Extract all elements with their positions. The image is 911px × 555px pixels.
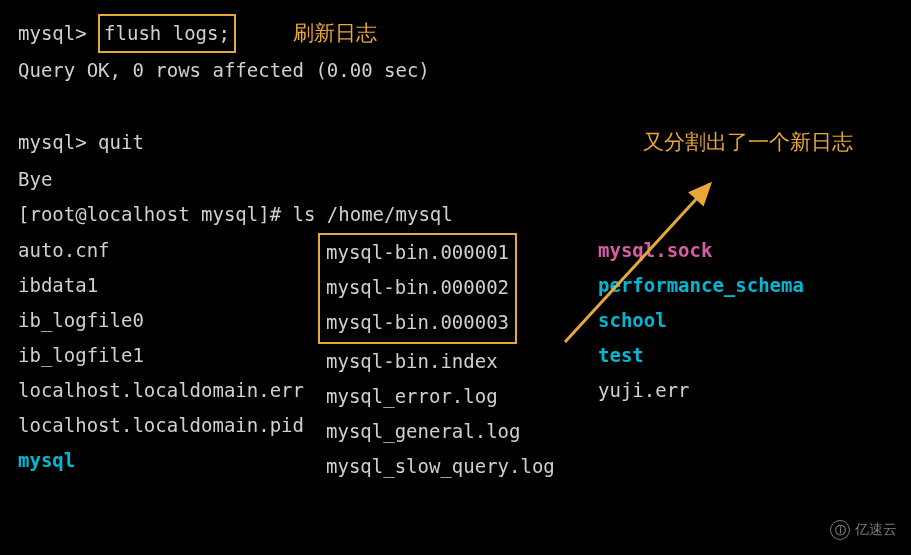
query-ok-line: Query OK, 0 rows affected (0.00 sec) (18, 53, 893, 88)
file-item: mysql-bin.index (318, 344, 598, 379)
file-item: ib_logfile1 (18, 338, 318, 373)
quit-command: quit (98, 131, 144, 153)
file-item: mysql_slow_query.log (318, 449, 598, 484)
bye-line: Bye (18, 162, 893, 197)
flush-logs-command: flush logs; (104, 22, 230, 44)
file-item: mysql-bin.000003 (326, 305, 509, 340)
flush-logs-command-box: flush logs; (98, 14, 236, 53)
binlog-highlight-box: mysql-bin.000001 mysql-bin.000002 mysql-… (318, 233, 517, 344)
mysql-line-1: mysql> flush logs; 刷新日志 (18, 14, 893, 53)
file-item-dir: mysql (18, 443, 318, 478)
file-item: mysql_error.log (318, 379, 598, 414)
file-item: mysql-bin.000001 (326, 235, 509, 270)
file-item: mysql-bin.000002 (326, 270, 509, 305)
mysql-quit-line: mysql> quit (18, 125, 144, 160)
file-item: yuji.err (598, 373, 848, 408)
file-item: auto.cnf (18, 233, 318, 268)
mysql-prompt-2: mysql> (18, 131, 98, 153)
annotation-new-log: 又分割出了一个新日志 (643, 123, 853, 162)
shell-prompt: [root@localhost mysql]# (18, 203, 293, 225)
file-column-3: mysql.sock performance_schema school tes… (598, 233, 848, 409)
annotation-refresh-log: 刷新日志 (293, 14, 377, 53)
shell-line: [root@localhost mysql]# ls /home/mysql (18, 197, 893, 232)
file-item: ibdata1 (18, 268, 318, 303)
ls-command: ls /home/mysql (293, 203, 453, 225)
file-item: ib_logfile0 (18, 303, 318, 338)
file-item: localhost.localdomain.pid (18, 408, 318, 443)
mysql-prompt: mysql> (18, 22, 98, 44)
file-item-dir: school (598, 303, 848, 338)
blank-line (18, 88, 893, 123)
file-listing: auto.cnf ibdata1 ib_logfile0 ib_logfile1… (18, 233, 893, 485)
watermark: ⓘ 亿速云 (830, 517, 897, 543)
file-item-dir: performance_schema (598, 268, 848, 303)
file-item-dir: test (598, 338, 848, 373)
file-column-1: auto.cnf ibdata1 ib_logfile0 ib_logfile1… (18, 233, 318, 479)
file-column-2: mysql-bin.000001 mysql-bin.000002 mysql-… (318, 233, 598, 485)
watermark-text: 亿速云 (855, 517, 897, 543)
file-item: mysql_general.log (318, 414, 598, 449)
file-item-sock: mysql.sock (598, 233, 848, 268)
watermark-icon: ⓘ (830, 520, 850, 540)
file-item: localhost.localdomain.err (18, 373, 318, 408)
